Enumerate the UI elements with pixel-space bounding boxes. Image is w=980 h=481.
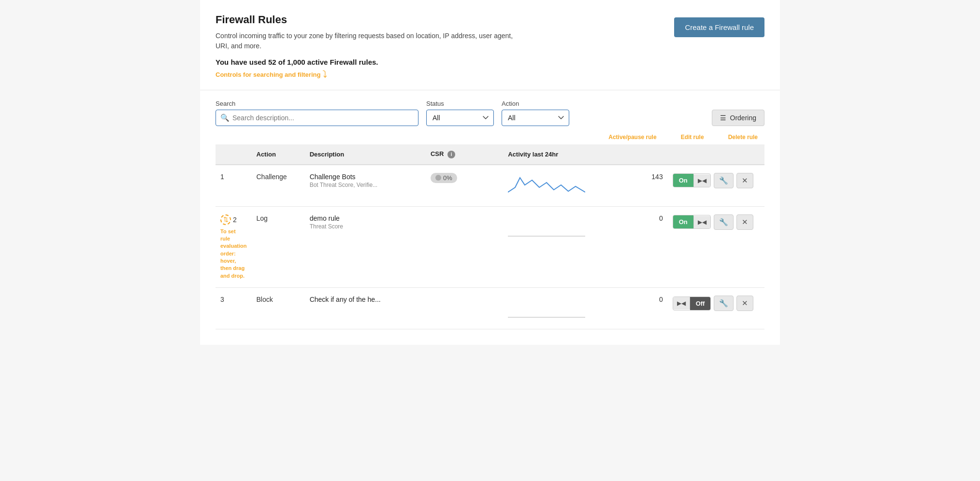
status-select[interactable]: All Active Paused xyxy=(426,110,494,126)
row-3-delete-button[interactable]: ✕ xyxy=(736,296,753,311)
action-filter-group: Action All Challenge Block Log xyxy=(502,100,569,126)
row-2-action: Log xyxy=(252,206,305,288)
row-3-rule-controls: ▶◀ Off 🔧 ✕ xyxy=(673,296,760,311)
row-2-num-wrap: ⇅ 2 xyxy=(220,214,247,225)
header-row: Action Description CSR i Activity last 2… xyxy=(216,144,764,165)
row-3-activity-chart xyxy=(508,296,585,320)
row-2-desc-main: demo rule xyxy=(310,214,421,222)
ordering-button[interactable]: ☰ Ordering xyxy=(712,110,764,126)
action-label: Action xyxy=(502,100,569,107)
active-pause-annotation: Active/pause rule xyxy=(608,134,656,141)
edit-annotation: Edit rule xyxy=(681,134,704,141)
search-wrapper: 🔍 xyxy=(216,110,418,126)
row-1-toggle-on: On xyxy=(673,174,693,187)
row-3-desc-main: Check if any of the he... xyxy=(310,296,421,303)
row-1-activity-chart xyxy=(508,173,585,197)
row-2-toggle-icon: ▶◀ xyxy=(693,216,710,228)
create-firewall-rule-button[interactable]: Create a Firewall rule xyxy=(674,17,764,37)
row-3-edit-button[interactable]: 🔧 xyxy=(714,296,734,311)
row-1-desc-main: Challenge Bots xyxy=(310,173,421,181)
row-3-toggle-btn[interactable]: ▶◀ Off xyxy=(673,297,711,311)
search-filter-group: Search 🔍 xyxy=(216,100,418,126)
row-1-toggle-icon: ▶◀ xyxy=(693,174,710,187)
row-2-rule-controls: On ▶◀ 🔧 ✕ xyxy=(673,214,760,230)
row-1-action: Challenge xyxy=(252,165,305,207)
table-header: Action Description CSR i Activity last 2… xyxy=(216,144,764,165)
page-title: Firewall Rules xyxy=(216,14,674,26)
page-wrapper: Firewall Rules Control incoming traffic … xyxy=(200,0,780,345)
rules-table: Action Description CSR i Activity last 2… xyxy=(216,144,764,329)
col-controls-header xyxy=(668,144,764,165)
search-input[interactable] xyxy=(216,110,418,126)
page-description: Control incoming traffic to your zone by… xyxy=(216,31,515,51)
usage-text: You have used 52 of 1,000 active Firewal… xyxy=(216,58,674,66)
col-num-header xyxy=(216,144,252,165)
row-2-csr xyxy=(426,206,503,288)
row-2-toggle-on: On xyxy=(673,215,693,228)
row-2-edit-button[interactable]: 🔧 xyxy=(714,214,734,230)
row-2-num: ⇅ 2 To set rule evaluation order: hover,… xyxy=(216,206,252,288)
row-1-desc-sub: Bot Threat Score, Verifie... xyxy=(310,182,421,188)
status-filter-group: Status All Active Paused xyxy=(426,100,494,126)
row-1-csr-toggle: 0% xyxy=(431,173,457,183)
col-activity-header: Activity last 24hr xyxy=(503,144,638,165)
row-1-activity xyxy=(503,165,638,207)
col-action-header: Action xyxy=(252,144,305,165)
header-section: Firewall Rules Control incoming traffic … xyxy=(200,0,780,90)
row-3-action: Block xyxy=(252,288,305,329)
action-select[interactable]: All Challenge Block Log xyxy=(502,110,569,126)
header-left: Firewall Rules Control incoming traffic … xyxy=(216,14,674,80)
row-1-toggle-btn[interactable]: On ▶◀ xyxy=(673,173,711,187)
row-3-toggle-icon: ▶◀ xyxy=(673,297,690,310)
search-icon: 🔍 xyxy=(220,113,230,122)
table-row: 3 Block Check if any of the he... 0 xyxy=(216,288,764,329)
row-1-csr: 0% xyxy=(426,165,503,207)
row-1-delete-button[interactable]: ✕ xyxy=(736,173,753,188)
row-3-csr xyxy=(426,288,503,329)
row-2-delete-button[interactable]: ✕ xyxy=(736,214,753,230)
row-1-num: 1 xyxy=(216,165,252,207)
drag-annotation: To set rule evaluation order: hover, the… xyxy=(220,228,247,280)
col-count-header xyxy=(639,144,668,165)
row-3-controls: ▶◀ Off 🔧 ✕ xyxy=(668,288,764,329)
row-1-controls: On ▶◀ 🔧 ✕ xyxy=(668,165,764,207)
col-csr-header: CSR i xyxy=(426,144,503,165)
row-2-toggle-btn[interactable]: On ▶◀ xyxy=(673,215,711,229)
row-1-rule-controls: On ▶◀ 🔧 ✕ xyxy=(673,173,760,188)
col-description-header: Description xyxy=(305,144,426,165)
row-3-count: 0 xyxy=(639,288,668,329)
row-1-number: 1 xyxy=(220,173,224,181)
csr-dot xyxy=(435,175,441,181)
status-label: Status xyxy=(426,100,494,107)
table-section: Active/pause rule Edit rule Delete rule … xyxy=(200,134,780,345)
header-right: Create a Firewall rule xyxy=(674,14,764,37)
table-row: ⇅ 2 To set rule evaluation order: hover,… xyxy=(216,206,764,288)
row-2-number: 2 xyxy=(233,216,237,224)
search-filter-annotation: Controls for searching and filtering ⤵ xyxy=(216,69,674,80)
annotation-arrow: ⤵ xyxy=(322,69,327,80)
row-1-count: 143 xyxy=(639,165,668,207)
row-3-activity xyxy=(503,288,638,329)
row-3-toggle-off: Off xyxy=(690,297,711,310)
delete-annotation: Delete rule xyxy=(728,134,758,141)
table-row: 1 Challenge Challenge Bots Bot Threat Sc… xyxy=(216,165,764,207)
drag-handle[interactable]: ⇅ xyxy=(220,214,231,225)
table-header-annotations: Active/pause rule Edit rule Delete rule xyxy=(216,134,764,141)
csr-info-icon[interactable]: i xyxy=(447,151,455,158)
row-2-description: demo rule Threat Score xyxy=(305,206,426,288)
row-1-edit-button[interactable]: 🔧 xyxy=(714,173,734,188)
row-3-number: 3 xyxy=(220,296,224,303)
row-2-count: 0 xyxy=(639,206,668,288)
filter-section: Search 🔍 Status All Active Paused Action… xyxy=(200,90,780,134)
search-label: Search xyxy=(216,100,418,107)
annotation-label: Controls for searching and filtering xyxy=(216,71,320,78)
row-1-description: Challenge Bots Bot Threat Score, Verifie… xyxy=(305,165,426,207)
row-3-num: 3 xyxy=(216,288,252,329)
ordering-icon: ☰ xyxy=(720,114,726,122)
row-2-activity-chart xyxy=(508,214,585,239)
row-3-description: Check if any of the he... xyxy=(305,288,426,329)
row-2-controls: On ▶◀ 🔧 ✕ xyxy=(668,206,764,288)
row-2-desc-sub: Threat Score xyxy=(310,223,421,230)
table-body: 1 Challenge Challenge Bots Bot Threat Sc… xyxy=(216,165,764,329)
ordering-label: Ordering xyxy=(730,114,756,122)
